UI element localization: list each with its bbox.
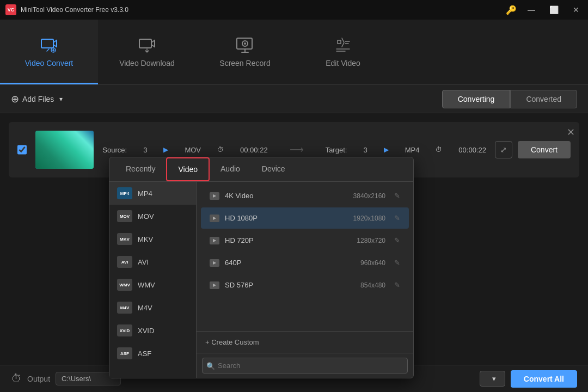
nav-screen-record-label: Screen Record <box>219 59 270 68</box>
quality-576p-res: 854x480 <box>360 281 385 289</box>
key-icon: 🔑 <box>506 5 517 15</box>
edit-720p-icon[interactable]: ✎ <box>394 236 400 244</box>
app-logo: VC <box>5 4 16 15</box>
tab-recently[interactable]: Recently <box>115 157 166 181</box>
quality-1080p[interactable]: ▶ HD 1080P 1920x1080 ✎ <box>201 207 409 229</box>
titlebar-left: VC MiniTool Video Converter Free v3.3.0 <box>5 4 128 15</box>
quality-720p[interactable]: ▶ HD 720P 1280x720 ✎ <box>201 230 409 251</box>
convert-single-button[interactable]: Convert <box>518 141 571 158</box>
cursor-edit-button[interactable]: ⤢ <box>495 141 512 158</box>
format-tgt-icon: ▶ <box>384 146 389 154</box>
tab-converting[interactable]: Converting <box>442 90 511 108</box>
quality-720p-res: 1280x720 <box>357 237 385 244</box>
arrow-sep: ⟶ <box>290 144 304 156</box>
tab-video[interactable]: Video <box>166 157 210 181</box>
tab-converted[interactable]: Converted <box>510 90 577 108</box>
format-src: MOV <box>185 146 201 154</box>
add-files-button[interactable]: ⊕ Add Files <box>11 93 54 105</box>
tab-audio[interactable]: Audio <box>210 157 251 181</box>
mov-icon: MOV <box>117 210 132 222</box>
svg-rect-0 <box>41 39 53 48</box>
mkv-label: MKV <box>138 235 153 243</box>
asf-icon: ASF <box>117 347 132 359</box>
video-icon-1080p: ▶ <box>210 215 219 222</box>
video-icon-640p: ▶ <box>210 259 219 267</box>
format-mp4[interactable]: MP4 MP4 <box>109 182 196 205</box>
format-xvid[interactable]: XVID XVID <box>109 319 196 342</box>
format-tgt: MP4 <box>405 146 420 154</box>
file-info: Source: 3 ▶ MOV ⏱ 00:00:22 ⟶ Target: 3 ▶… <box>102 144 486 156</box>
target-count: 3 <box>363 146 367 154</box>
mov-label: MOV <box>138 212 154 220</box>
quality-1080p-res: 1920x1080 <box>353 215 385 222</box>
video-icon-576p: ▶ <box>210 281 219 289</box>
file-thumbnail <box>35 131 94 169</box>
quality-720p-label: HD 720P <box>225 236 254 244</box>
quality-640p[interactable]: ▶ 640P 960x640 ✎ <box>201 252 409 273</box>
quality-576p[interactable]: ▶ SD 576P 854x480 ✎ <box>201 274 409 296</box>
quality-panel: ▶ 4K Video 3840x2160 ✎ ▶ HD 1080P 1920x1… <box>197 182 413 378</box>
video-icon-720p: ▶ <box>210 237 219 244</box>
close-button[interactable]: ✕ <box>569 4 583 15</box>
nav-video-convert[interactable]: Video Convert <box>0 20 98 84</box>
video-download-icon <box>137 35 157 54</box>
avi-icon: AVI <box>117 256 132 268</box>
nav-screen-record[interactable]: Screen Record <box>196 20 294 84</box>
format-avi[interactable]: AVI AVI <box>109 250 196 273</box>
m4v-icon: M4V <box>117 302 132 314</box>
quality-4k[interactable]: ▶ 4K Video 3840x2160 ✎ <box>201 185 409 206</box>
format-mkv[interactable]: MKV MKV <box>109 228 196 250</box>
output-clock-icon: ⏱ <box>11 372 22 385</box>
duration-tgt: 00:00:22 <box>458 146 486 154</box>
quality-list: ▶ 4K Video 3840x2160 ✎ ▶ HD 1080P 1920x1… <box>197 182 413 331</box>
asf-label: ASF <box>138 350 151 358</box>
format-m4v[interactable]: M4V M4V <box>109 296 196 319</box>
close-file-button[interactable]: ✕ <box>567 126 575 138</box>
create-custom-button[interactable]: + Create Custom <box>197 331 413 353</box>
nav-video-download[interactable]: Video Download <box>98 20 196 84</box>
convert-all-button[interactable]: Convert All <box>511 370 577 388</box>
duration-src: 00:00:22 <box>240 146 268 154</box>
edit-4k-icon[interactable]: ✎ <box>394 192 400 200</box>
edit-576p-icon[interactable]: ✎ <box>394 281 400 289</box>
file-meta-row: Source: 3 ▶ MOV ⏱ 00:00:22 ⟶ Target: 3 ▶… <box>102 144 486 156</box>
format-wmv[interactable]: WMV WMV <box>109 273 196 296</box>
nav-edit-video-label: Edit Video <box>326 59 360 68</box>
format-asf[interactable]: ASF ASF <box>109 342 196 365</box>
tab-device[interactable]: Device <box>251 157 296 181</box>
titlebar-controls: 🔑 — ⬜ ✕ <box>506 4 583 15</box>
source-label: Source: <box>102 146 127 154</box>
nav-edit-video[interactable]: Edit Video <box>294 20 392 84</box>
wmv-icon: WMV <box>117 279 132 291</box>
quality-1080p-label: HD 1080P <box>225 214 258 222</box>
mp4-label: MP4 <box>138 189 152 198</box>
xvid-icon: XVID <box>117 324 132 336</box>
add-files-dropdown-button[interactable]: ▾ <box>59 95 63 103</box>
clock-icon-src: ⏱ <box>217 146 224 154</box>
minimize-button[interactable]: — <box>524 4 538 15</box>
search-input[interactable] <box>202 358 408 373</box>
edit-video-icon <box>333 35 353 54</box>
format-tabs: Recently Video Audio Device <box>109 157 413 182</box>
restore-button[interactable]: ⬜ <box>546 4 562 15</box>
format-picker: Recently Video Audio Device MP4 MP4 MOV … <box>109 157 414 378</box>
target-label: Target: <box>326 146 347 154</box>
dropdown-arrow-icon: ▾ <box>492 375 496 383</box>
edit-640p-icon[interactable]: ✎ <box>394 259 400 267</box>
quality-576p-label: SD 576P <box>225 281 253 289</box>
source-count: 3 <box>143 146 147 154</box>
format-list: MP4 MP4 MOV MOV MKV MKV AVI AVI WMV WM <box>109 182 197 378</box>
quality-4k-label: 4K Video <box>225 192 254 200</box>
toolbar: ⊕ Add Files ▾ Converting Converted <box>0 85 588 113</box>
format-mov[interactable]: MOV MOV <box>109 205 196 228</box>
edit-1080p-icon[interactable]: ✎ <box>394 214 400 222</box>
avi-label: AVI <box>138 258 149 266</box>
output-label: Output <box>27 375 50 383</box>
format-src-icon: ▶ <box>163 146 168 154</box>
file-checkbox[interactable] <box>17 145 27 155</box>
file-actions: ⤢ Convert <box>495 141 571 158</box>
video-icon-4k: ▶ <box>210 192 219 200</box>
svg-point-5 <box>244 42 246 45</box>
titlebar: VC MiniTool Video Converter Free v3.3.0 … <box>0 0 588 20</box>
bottom-dropdown[interactable]: ▾ <box>480 371 505 387</box>
